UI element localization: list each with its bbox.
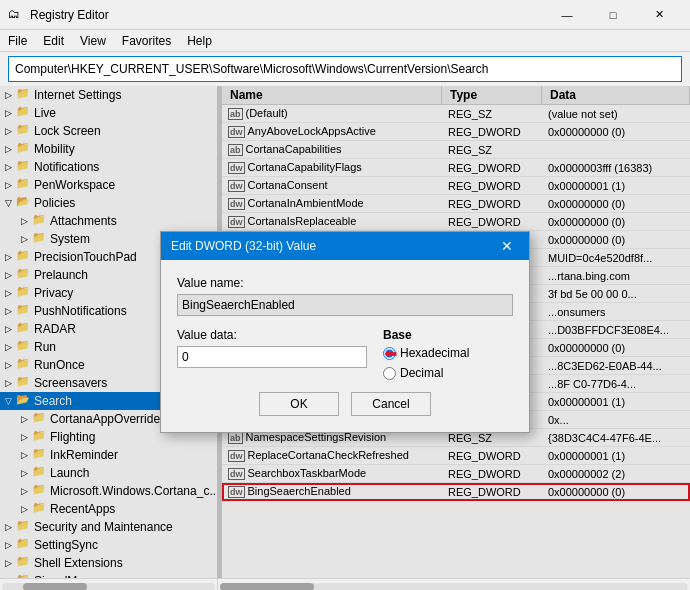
minimize-button[interactable]: — bbox=[544, 0, 590, 30]
menu-favorites[interactable]: Favorites bbox=[114, 30, 179, 51]
menu-bar: File Edit View Favorites Help bbox=[0, 30, 690, 52]
dialog-overlay: Edit DWORD (32-bit) Value ✕ Value name: … bbox=[0, 86, 690, 578]
base-section: Base Hexadecimal Decimal bbox=[383, 328, 513, 380]
bottom-scrollbars bbox=[0, 578, 690, 590]
value-data-input-wrapper: ⬅ bbox=[177, 346, 367, 368]
menu-help[interactable]: Help bbox=[179, 30, 220, 51]
app-icon: 🗂 bbox=[8, 7, 24, 23]
scrollbar-thumb bbox=[220, 583, 314, 590]
scrollbar-track bbox=[220, 583, 688, 590]
base-label: Base bbox=[383, 328, 513, 342]
scrollbar-thumb bbox=[23, 583, 87, 590]
hex-label: Hexadecimal bbox=[400, 346, 469, 360]
app-title: Registry Editor bbox=[30, 8, 544, 22]
title-bar: 🗂 Registry Editor — □ ✕ bbox=[0, 0, 690, 30]
dec-radio-label[interactable]: Decimal bbox=[383, 366, 513, 380]
dec-radio[interactable] bbox=[383, 367, 396, 380]
values-h-scrollbar[interactable] bbox=[218, 579, 690, 590]
menu-file[interactable]: File bbox=[0, 30, 35, 51]
value-name-input[interactable] bbox=[177, 294, 513, 316]
value-data-label: Value data: bbox=[177, 328, 367, 342]
base-radio-group: Hexadecimal Decimal bbox=[383, 346, 513, 380]
dec-label: Decimal bbox=[400, 366, 443, 380]
dialog-buttons: OK Cancel bbox=[177, 392, 513, 416]
value-data-section: Value data: ⬅ bbox=[177, 328, 367, 380]
menu-view[interactable]: View bbox=[72, 30, 114, 51]
window-controls: — □ ✕ bbox=[544, 0, 682, 30]
value-data-input[interactable] bbox=[177, 346, 367, 368]
address-bar-container: Computer\HKEY_CURRENT_USER\Software\Micr… bbox=[0, 52, 690, 86]
values-scrollbar[interactable] bbox=[218, 579, 690, 590]
close-button[interactable]: ✕ bbox=[636, 0, 682, 30]
edit-dword-dialog: Edit DWORD (32-bit) Value ✕ Value name: … bbox=[160, 231, 530, 433]
dialog-middle-row: Value data: ⬅ Base Hexadecimal bbox=[177, 328, 513, 380]
cancel-button[interactable]: Cancel bbox=[351, 392, 431, 416]
dialog-close-button[interactable]: ✕ bbox=[495, 234, 519, 258]
menu-edit[interactable]: Edit bbox=[35, 30, 72, 51]
dialog-title-bar: Edit DWORD (32-bit) Value ✕ bbox=[161, 232, 529, 260]
hex-radio[interactable] bbox=[383, 347, 396, 360]
main-content: ▷ 📁 Internet Settings ▷ 📁 Live ▷ 📁 Lock … bbox=[0, 86, 690, 578]
ok-button[interactable]: OK bbox=[259, 392, 339, 416]
tree-scrollbar[interactable] bbox=[0, 579, 218, 590]
value-name-label: Value name: bbox=[177, 276, 513, 290]
hex-radio-label[interactable]: Hexadecimal bbox=[383, 346, 513, 360]
dialog-body: Value name: Value data: ⬅ Base bbox=[161, 260, 529, 432]
scrollbar-track bbox=[2, 583, 215, 590]
maximize-button[interactable]: □ bbox=[590, 0, 636, 30]
tree-h-scrollbar[interactable] bbox=[0, 579, 217, 590]
address-bar[interactable]: Computer\HKEY_CURRENT_USER\Software\Micr… bbox=[8, 56, 682, 82]
dialog-title: Edit DWORD (32-bit) Value bbox=[171, 239, 495, 253]
